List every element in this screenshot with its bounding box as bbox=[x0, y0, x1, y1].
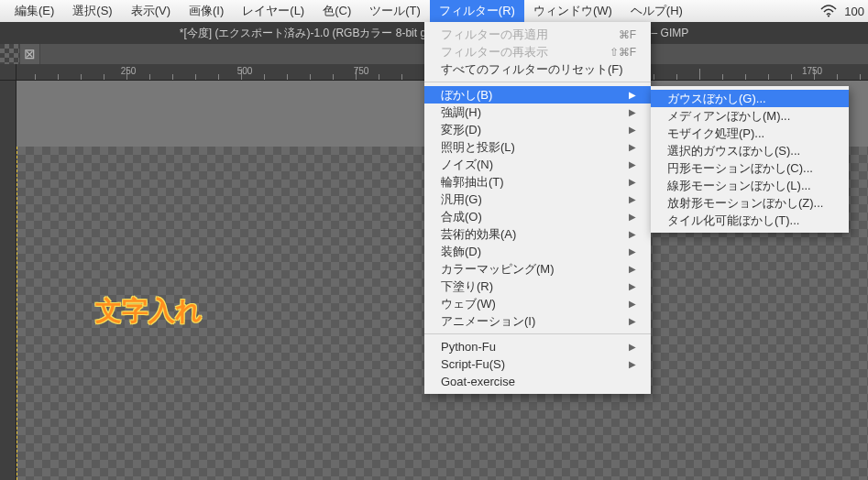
blur-item-4[interactable]: 円形モーションぼかし(C)... bbox=[651, 159, 849, 177]
menu-item-label: Python-Fu bbox=[441, 340, 621, 354]
menu-レイヤー[interactable]: レイヤー(L) bbox=[233, 0, 313, 22]
filter-item-5[interactable]: 強調(H)▶ bbox=[424, 104, 651, 121]
svg-point-0 bbox=[828, 15, 830, 16]
menu-item-label: 芸術的効果(A) bbox=[441, 226, 621, 243]
submenu-arrow-icon: ▶ bbox=[629, 229, 636, 239]
filter-item-4[interactable]: ぼかし(B)▶ bbox=[424, 86, 651, 104]
submenu-arrow-icon: ▶ bbox=[629, 212, 636, 222]
submenu-arrow-icon: ▶ bbox=[629, 194, 636, 204]
submenu-arrow-icon: ▶ bbox=[629, 159, 636, 169]
ruler-corner bbox=[0, 64, 16, 81]
filter-item-8[interactable]: ノイズ(N)▶ bbox=[424, 156, 651, 173]
menu-ヘルプ[interactable]: ヘルプ(H) bbox=[621, 0, 692, 22]
menu-ツール[interactable]: ツール(T) bbox=[360, 0, 430, 22]
menu-item-label: 装飾(D) bbox=[441, 244, 621, 260]
menu-item-label: 照明と投影(L) bbox=[441, 139, 621, 156]
menu-選択[interactable]: 選択(S) bbox=[63, 0, 121, 22]
blur-item-0[interactable]: ガウスぼかし(G)... bbox=[651, 90, 849, 107]
menu-item-label: メディアンぼかし(M)... bbox=[667, 108, 834, 125]
filter-item-14[interactable]: カラーマッピング(M)▶ bbox=[424, 260, 651, 278]
filter-item-1: フィルターの再表示⇧⌘F bbox=[424, 43, 651, 60]
submenu-arrow-icon: ▶ bbox=[629, 316, 636, 326]
filter-menu: フィルターの再適用⌘Fフィルターの再表示⇧⌘Fすべてのフィルターのリセット(F)… bbox=[424, 22, 651, 394]
submenu-arrow-icon: ▶ bbox=[629, 125, 636, 135]
wifi-icon bbox=[820, 5, 837, 17]
filter-item-20[interactable]: Script-Fu(S)▶ bbox=[424, 355, 651, 373]
text-layer-caption[interactable]: 文字入れ bbox=[95, 293, 203, 330]
filter-item-21[interactable]: Goat-exercise bbox=[424, 373, 651, 390]
menu-item-label: 輪郭抽出(T) bbox=[441, 174, 621, 191]
ruler-label: 500 bbox=[237, 66, 253, 76]
submenu-arrow-icon: ▶ bbox=[629, 359, 636, 369]
menu-フィルター[interactable]: フィルター(R) bbox=[430, 0, 524, 22]
ruler-label: 1750 bbox=[802, 66, 822, 76]
menu-item-label: 円形モーションぼかし(C)... bbox=[667, 160, 834, 177]
filter-item-13[interactable]: 装飾(D)▶ bbox=[424, 243, 651, 260]
filter-item-10[interactable]: 汎用(G)▶ bbox=[424, 191, 651, 208]
menu-separator bbox=[424, 82, 651, 82]
menu-item-label: 線形モーションぼかし(L)... bbox=[667, 178, 834, 194]
menu-色[interactable]: 色(C) bbox=[313, 0, 360, 22]
filter-item-6[interactable]: 変形(D)▶ bbox=[424, 121, 651, 138]
menu-item-label: ノイズ(N) bbox=[441, 157, 621, 173]
menubar: 編集(E)選択(S)表示(V)画像(I)レイヤー(L)色(C)ツール(T)フィル… bbox=[0, 0, 868, 22]
filter-item-11[interactable]: 合成(O)▶ bbox=[424, 208, 651, 225]
menu-item-label: Script-Fu(S) bbox=[441, 357, 621, 371]
filter-item-7[interactable]: 照明と投影(L)▶ bbox=[424, 138, 651, 156]
submenu-arrow-icon: ▶ bbox=[629, 281, 636, 291]
menu-item-label: フィルターの再適用 bbox=[441, 27, 619, 43]
blur-item-7[interactable]: タイル化可能ぼかし(T)... bbox=[651, 212, 849, 229]
submenu-arrow-icon: ▶ bbox=[629, 90, 636, 100]
menu-item-label: 下塗り(R) bbox=[441, 278, 621, 295]
filter-item-15[interactable]: 下塗り(R)▶ bbox=[424, 278, 651, 295]
blur-item-1[interactable]: メディアンぼかし(M)... bbox=[651, 107, 849, 125]
menu-item-label: 放射形モーションぼかし(Z)... bbox=[667, 195, 834, 212]
image-tab-close-icon[interactable]: ⊠ bbox=[20, 44, 40, 64]
image-tab-thumbnail[interactable] bbox=[0, 44, 20, 64]
menu-item-label: 変形(D) bbox=[441, 122, 621, 138]
menu-item-label: すべてのフィルターのリセット(F) bbox=[441, 61, 636, 78]
submenu-arrow-icon: ▶ bbox=[629, 299, 636, 309]
menu-編集[interactable]: 編集(E) bbox=[5, 0, 63, 22]
menu-item-label: 汎用(G) bbox=[441, 191, 621, 208]
menu-item-label: 合成(O) bbox=[441, 209, 621, 225]
menu-separator bbox=[424, 333, 651, 334]
blur-item-2[interactable]: モザイク処理(P)... bbox=[651, 125, 849, 142]
ruler-vertical bbox=[0, 81, 16, 480]
submenu-arrow-icon: ▶ bbox=[629, 142, 636, 152]
menu-item-label: カラーマッピング(M) bbox=[441, 261, 621, 278]
submenu-arrow-icon: ▶ bbox=[629, 246, 636, 256]
menu-item-label: 強調(H) bbox=[441, 104, 621, 121]
ruler-label: 250 bbox=[121, 66, 137, 76]
filter-item-16[interactable]: ウェブ(W)▶ bbox=[424, 295, 651, 312]
filter-item-19[interactable]: Python-Fu▶ bbox=[424, 338, 651, 355]
filter-item-2[interactable]: すべてのフィルターのリセット(F) bbox=[424, 60, 651, 78]
filter-item-0: フィルターの再適用⌘F bbox=[424, 26, 651, 43]
blur-item-6[interactable]: 放射形モーションぼかし(Z)... bbox=[651, 194, 849, 212]
filter-item-12[interactable]: 芸術的効果(A)▶ bbox=[424, 225, 651, 243]
submenu-arrow-icon: ▶ bbox=[629, 264, 636, 274]
blur-item-5[interactable]: 線形モーションぼかし(L)... bbox=[651, 177, 849, 194]
menu-item-label: ぼかし(B) bbox=[441, 87, 621, 104]
blur-item-3[interactable]: 選択的ガウスぼかし(S)... bbox=[651, 142, 849, 159]
ruler-label: 750 bbox=[354, 66, 369, 76]
submenu-arrow-icon: ▶ bbox=[629, 107, 636, 117]
menu-item-label: フィルターの再表示 bbox=[441, 44, 610, 60]
menu-item-label: アニメーション(I) bbox=[441, 313, 621, 330]
menu-画像[interactable]: 画像(I) bbox=[180, 0, 233, 22]
menu-shortcut: ⇧⌘F bbox=[610, 46, 636, 59]
menu-item-label: Goat-exercise bbox=[441, 375, 636, 388]
submenu-arrow-icon: ▶ bbox=[629, 177, 636, 187]
menu-ウィンドウ[interactable]: ウィンドウ(W) bbox=[524, 0, 621, 22]
menu-表示[interactable]: 表示(V) bbox=[122, 0, 180, 22]
blur-submenu: ガウスぼかし(G)...メディアンぼかし(M)...モザイク処理(P)...選択… bbox=[651, 86, 849, 233]
menu-item-label: ガウスぼかし(G)... bbox=[667, 91, 834, 107]
submenu-arrow-icon: ▶ bbox=[629, 342, 636, 352]
menu-item-label: モザイク処理(P)... bbox=[667, 125, 834, 142]
filter-item-17[interactable]: アニメーション(I)▶ bbox=[424, 312, 651, 330]
menu-item-label: タイル化可能ぼかし(T)... bbox=[667, 213, 834, 229]
battery-text: 100 bbox=[844, 5, 864, 18]
filter-item-9[interactable]: 輪郭抽出(T)▶ bbox=[424, 173, 651, 191]
menu-shortcut: ⌘F bbox=[619, 28, 636, 41]
menu-item-label: ウェブ(W) bbox=[441, 296, 621, 312]
